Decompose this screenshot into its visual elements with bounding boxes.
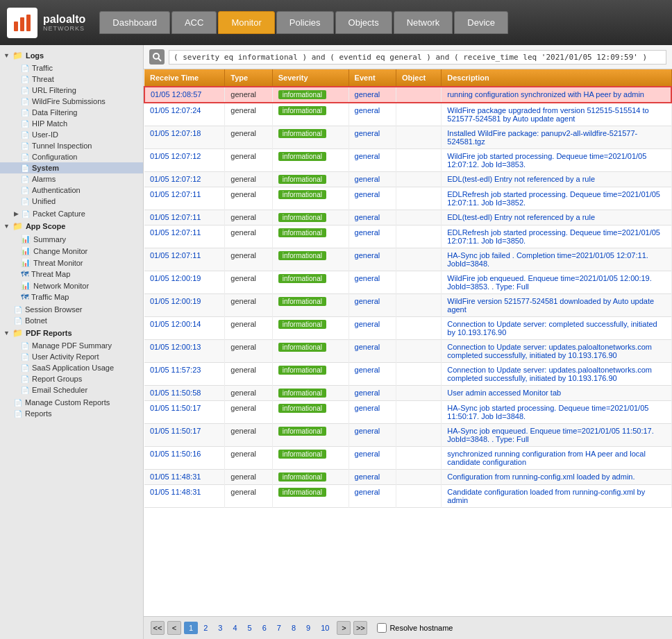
pdf-triangle-icon: ▼ [3, 330, 10, 336]
sidebar-item-user-activity[interactable]: 📄 User Activity Report [0, 351, 143, 362]
sidebar-item-configuration[interactable]: 📄 Configuration [0, 151, 143, 162]
sidebar-item-botnet[interactable]: 📄 Botnet [0, 315, 143, 326]
severity-badge: informational [278, 427, 326, 436]
cell-receive-time: 01/05 12:00:13 [144, 340, 225, 363]
col-object: Object [396, 69, 442, 87]
cell-object [396, 103, 442, 126]
sidebar-item-threat-map[interactable]: 🗺 Threat Map [0, 269, 143, 280]
last-page-button[interactable]: >> [353, 621, 367, 635]
nav-tab-dashboard[interactable]: Dashboard [99, 11, 170, 34]
col-description: Description [442, 69, 671, 87]
page-number-4[interactable]: 4 [228, 622, 242, 634]
cell-receive-time: 01/05 12:07:24 [144, 103, 225, 126]
page-number-6[interactable]: 6 [258, 622, 271, 634]
sidebar-item-user-id[interactable]: 📄 User-ID [0, 129, 143, 140]
table-row[interactable]: 01/05 12:07:24generalinformationalgenera… [144, 103, 671, 126]
sidebar-item-app-scope[interactable]: ▼ 📁 App Scope [0, 219, 143, 233]
first-page-button[interactable]: << [151, 621, 165, 635]
page-numbers: 12345678910 [184, 622, 334, 634]
sidebar-item-reports[interactable]: 📄 Reports [0, 408, 143, 419]
cell-severity: informational [272, 248, 348, 271]
sidebar-item-packet-capture[interactable]: ▶ 📄 Packet Capture [0, 208, 143, 219]
page-number-9[interactable]: 9 [301, 622, 315, 634]
search-button[interactable] [149, 49, 165, 65]
prev-page-button[interactable]: < [167, 621, 181, 635]
table-row[interactable]: 01/05 12:07:12generalinformationalgenera… [144, 172, 671, 187]
sidebar-item-pdf-reports[interactable]: ▼ 📁 PDF Reports [0, 326, 143, 340]
table-row[interactable]: 01/05 12:08:57generalinformationalgenera… [144, 87, 671, 103]
nav-tab-device[interactable]: Device [454, 11, 508, 34]
severity-badge: informational [278, 190, 326, 199]
sidebar-item-network-monitor[interactable]: 📊 Network Monitor [0, 280, 143, 291]
nav-tab-acc[interactable]: ACC [171, 11, 217, 34]
table-row[interactable]: 01/05 12:07:11generalinformationalgenera… [144, 187, 671, 210]
sidebar-item-hip-match[interactable]: 📄 HIP Match [0, 118, 143, 129]
page-number-7[interactable]: 7 [272, 622, 286, 634]
cell-severity: informational [272, 363, 348, 386]
table-row[interactable]: 01/05 11:57:23generalinformationalgenera… [144, 363, 671, 386]
cell-type: general [225, 126, 272, 149]
next-page-button[interactable]: > [337, 621, 351, 635]
sidebar-item-logs[interactable]: ▼ 📁 Logs [0, 49, 143, 62]
page-number-5[interactable]: 5 [243, 622, 257, 634]
table-row[interactable]: 01/05 12:00:19generalinformationalgenera… [144, 271, 671, 294]
cell-event: general [348, 340, 396, 363]
sidebar-item-data-filtering[interactable]: 📄 Data Filtering [0, 107, 143, 118]
table-row[interactable]: 01/05 11:48:31generalinformationalgenera… [144, 470, 671, 485]
table-row[interactable]: 01/05 11:50:17generalinformationalgenera… [144, 401, 671, 424]
sidebar-item-tunnel-inspection[interactable]: 📄 Tunnel Inspection [0, 140, 143, 151]
page-number-10[interactable]: 10 [316, 622, 334, 634]
sidebar-item-authentication[interactable]: 📄 Authentication [0, 185, 143, 196]
sidebar-item-threat[interactable]: 📄 Threat [0, 74, 143, 85]
sidebar-item-wildfire[interactable]: 📄 WildFire Submissions [0, 96, 143, 107]
sidebar-item-report-groups[interactable]: 📄 Report Groups [0, 373, 143, 384]
sidebar-item-system[interactable]: 📄 System [0, 162, 143, 173]
cell-event: general [348, 485, 396, 508]
appscope-folder-icon: 📁 [12, 221, 23, 231]
sidebar-item-change-monitor[interactable]: 📊 Change Monitor [0, 245, 143, 257]
table-row[interactable]: 01/05 11:50:58generalinformationalgenera… [144, 386, 671, 401]
table-row[interactable]: 01/05 12:00:19generalinformationalgenera… [144, 294, 671, 317]
resolve-hostname-checkbox[interactable] [377, 623, 387, 633]
table-row[interactable]: 01/05 12:00:13generalinformationalgenera… [144, 340, 671, 363]
nav-tab-policies[interactable]: Policies [276, 11, 334, 34]
sidebar-item-email-scheduler[interactable]: 📄 Email Scheduler [0, 384, 143, 395]
sidebar-item-manage-custom-reports[interactable]: 📄 Manage Custom Reports [0, 397, 143, 408]
nav-tab-objects[interactable]: Objects [335, 11, 392, 34]
page-number-8[interactable]: 8 [287, 622, 301, 634]
nav-tab-network[interactable]: Network [394, 11, 453, 34]
cell-severity: informational [272, 225, 348, 248]
sidebar-item-manage-pdf[interactable]: 📄 Manage PDF Summary [0, 340, 143, 351]
logs-triangle-icon: ▼ [3, 52, 10, 59]
table-row[interactable]: 01/05 12:07:18generalinformationalgenera… [144, 126, 671, 149]
table-row[interactable]: 01/05 12:07:11generalinformationalgenera… [144, 248, 671, 271]
sidebar-item-threat-monitor[interactable]: 📊 Threat Monitor [0, 257, 143, 269]
sidebar-item-url-filtering[interactable]: 📄 URL Filtering [0, 85, 143, 96]
sidebar-item-traffic[interactable]: 📄 Traffic [0, 62, 143, 74]
sidebar-item-session-browser[interactable]: 📄 Session Browser [0, 304, 143, 315]
cell-type: general [225, 271, 272, 294]
table-row[interactable]: 01/05 12:07:11generalinformationalgenera… [144, 210, 671, 225]
paloalto-logo-icon [11, 12, 33, 34]
sidebar-item-alarms[interactable]: 📄 Alarms [0, 173, 143, 185]
search-query-display[interactable]: ( severity eq informational ) and ( even… [169, 50, 666, 65]
cell-receive-time: 01/05 12:07:11 [144, 210, 225, 225]
sidebar-item-summary[interactable]: 📊 Summary [0, 233, 143, 245]
sidebar-item-unified[interactable]: 📄 Unified [0, 196, 143, 207]
table-header: Receive Time Type Severity Event Object … [144, 69, 671, 87]
page-number-3[interactable]: 3 [213, 622, 227, 634]
table-row[interactable]: 01/05 12:07:11generalinformationalgenera… [144, 225, 671, 248]
table-row[interactable]: 01/05 11:50:17generalinformationalgenera… [144, 424, 671, 447]
sidebar-item-saas[interactable]: 📄 SaaS Application Usage [0, 362, 143, 373]
table-row[interactable]: 01/05 12:00:14generalinformationalgenera… [144, 317, 671, 340]
svg-rect-1 [14, 22, 18, 31]
page-number-2[interactable]: 2 [199, 622, 212, 634]
page-number-1[interactable]: 1 [184, 622, 198, 634]
table-row[interactable]: 01/05 11:48:31generalinformationalgenera… [144, 485, 671, 508]
nav-tab-monitor[interactable]: Monitor [218, 11, 274, 34]
sidebar-item-traffic-map[interactable]: 🗺 Traffic Map [0, 291, 143, 303]
cell-receive-time: 01/05 12:07:18 [144, 126, 225, 149]
table-row[interactable]: 01/05 11:50:16generalinformationalgenera… [144, 447, 671, 470]
table-row[interactable]: 01/05 12:07:12generalinformationalgenera… [144, 149, 671, 172]
severity-badge: informational [278, 488, 326, 497]
